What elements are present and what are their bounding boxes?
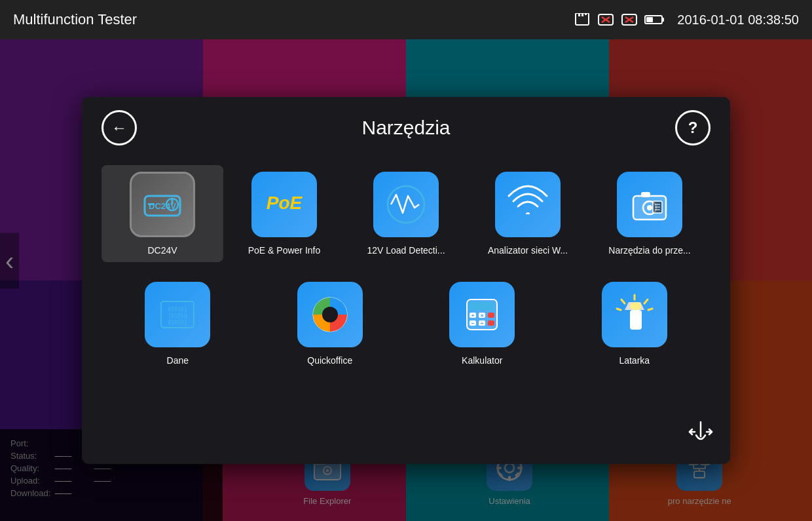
- poe-icon: PoE: [251, 172, 317, 237]
- svg-rect-1: [578, 13, 580, 16]
- svg-rect-59: [488, 313, 494, 318]
- modal-dialog: ← Narzędzia ? DC24V: [82, 97, 730, 464]
- svg-rect-11: [662, 18, 664, 22]
- hand-scroll-icon: [684, 415, 717, 448]
- svg-rect-36: [148, 203, 155, 205]
- app-quickoffice[interactable]: Quickoffice: [254, 275, 407, 372]
- top-bar-right: 2016-01-01 08:38:50: [574, 12, 799, 28]
- svg-text:PoE: PoE: [267, 193, 303, 213]
- svg-point-43: [647, 205, 652, 210]
- svg-text:+: +: [471, 313, 475, 318]
- latarka-label: Latarka: [619, 355, 650, 366]
- app-latarka[interactable]: Latarka: [559, 275, 711, 372]
- modal-header: ← Narzędzia ?: [101, 110, 710, 145]
- wifi-analyzer-icon: [495, 172, 561, 237]
- scroll-indicator[interactable]: [684, 415, 717, 451]
- svg-text:101010: 101010: [168, 313, 187, 319]
- dc24v-label: DC24V: [147, 245, 177, 256]
- x-icon-1: [597, 13, 614, 26]
- svg-text:010101: 010101: [168, 320, 187, 326]
- app-narzedzia[interactable]: Narzędzia do prze...: [589, 165, 710, 262]
- quickoffice-label: Quickoffice: [307, 355, 352, 366]
- quickoffice-icon: [297, 282, 363, 347]
- poe-label: PoE & Power Info: [248, 245, 321, 256]
- modal-title: Narzędzia: [137, 117, 675, 139]
- latarka-icon: [602, 282, 667, 347]
- svg-point-54: [322, 307, 338, 322]
- top-bar: Multifunction Tester 2016-01-01 08:38:50: [0, 0, 812, 39]
- app-12v[interactable]: 12V Load Detecti...: [345, 165, 467, 262]
- app-kalkulator[interactable]: + × − ÷ Kalkulator: [406, 275, 559, 372]
- svg-rect-12: [646, 17, 653, 22]
- app-wifi-analyzer[interactable]: Analizator sieci W...: [467, 165, 589, 262]
- app-title: Multifunction Tester: [13, 11, 137, 28]
- svg-point-74: [630, 302, 642, 310]
- help-icon: ?: [688, 119, 698, 137]
- app-poe[interactable]: PoE PoE & Power Info: [223, 165, 345, 262]
- sd-card-icon: [574, 13, 591, 26]
- svg-line-72: [617, 309, 621, 310]
- narzedzia-icon: [617, 172, 682, 237]
- app-dane[interactable]: 010101 101010 010101 Dane: [101, 275, 254, 372]
- x-icon-2: [621, 13, 638, 26]
- svg-text:×: ×: [481, 313, 484, 318]
- datetime: 2016-01-01 08:38:50: [677, 12, 799, 28]
- battery-icon: [644, 14, 665, 26]
- narzedzia-label: Narzędzia do prze...: [608, 245, 690, 256]
- svg-rect-62: [488, 320, 494, 326]
- svg-line-73: [648, 309, 652, 310]
- 12v-label: 12V Load Detecti...: [367, 245, 445, 256]
- svg-text:−: −: [471, 320, 475, 326]
- kalkulator-label: Kalkulator: [462, 355, 502, 366]
- back-button[interactable]: ←: [101, 110, 137, 145]
- svg-rect-56: [470, 302, 494, 310]
- svg-rect-2: [581, 13, 583, 16]
- svg-rect-67: [630, 310, 642, 330]
- dane-icon: 010101 101010 010101: [145, 282, 210, 347]
- svg-line-70: [621, 299, 625, 303]
- kalkulator-icon: + × − ÷: [449, 282, 515, 347]
- dc24v-icon: DC24V: [130, 172, 195, 237]
- app-dc24v[interactable]: DC24V DC24V: [101, 165, 223, 262]
- 12v-icon: [373, 172, 439, 237]
- svg-line-71: [644, 299, 648, 303]
- dane-label: Dane: [167, 355, 189, 366]
- wifi-analyzer-label: Analizator sieci W...: [488, 245, 568, 256]
- svg-rect-3: [585, 13, 587, 15]
- app-grid-row2: 010101 101010 010101 Dane: [101, 275, 710, 372]
- modal-overlay: ← Narzędzia ? DC24V: [0, 39, 812, 521]
- svg-text:010101: 010101: [168, 307, 187, 313]
- back-arrow-icon: ←: [111, 119, 127, 137]
- help-button[interactable]: ?: [675, 110, 710, 145]
- app-grid-row1: DC24V DC24V PoE PoE & Pow: [101, 165, 710, 262]
- svg-rect-44: [641, 192, 650, 197]
- svg-text:÷: ÷: [481, 320, 484, 326]
